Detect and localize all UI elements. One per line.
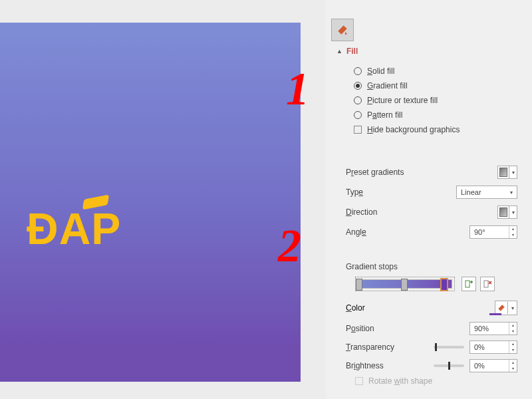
logo-text: ĐAP (27, 203, 121, 254)
direction-dropdown[interactable]: ▾ (497, 205, 517, 219)
annotation-2: 2 (278, 219, 301, 273)
angle-value: 90° (474, 228, 485, 236)
annotation-1: 1 (286, 63, 309, 116)
spinner-buttons[interactable]: ▴▾ (509, 341, 517, 353)
fill-section-title: Fill (346, 47, 358, 56)
color-label: Color (346, 303, 365, 313)
transparency-label: Transparency (346, 342, 394, 352)
format-panel: ▲ Fill Solid fill Gradient fill Picture … (326, 0, 532, 399)
position-spinner[interactable]: 90% ▴▾ (469, 322, 517, 335)
gradient-preview[interactable] (358, 279, 452, 289)
chevron-down-icon: ▾ (509, 166, 517, 178)
checkbox-icon (355, 377, 363, 385)
add-stop-icon (464, 279, 473, 289)
radio-label: Gradient fill (367, 81, 408, 90)
preset-gradients-label: Preset gradients (346, 168, 404, 177)
radio-icon (354, 96, 362, 104)
rotate-label: Rotate with shape (368, 376, 432, 386)
chevron-down-icon: ▾ (509, 206, 517, 218)
gradient-stop-2[interactable] (401, 279, 408, 291)
svg-rect-0 (466, 281, 469, 287)
type-label: Type (346, 188, 363, 197)
paint-bucket-icon (336, 23, 349, 37)
brightness-label: Brightness (346, 361, 384, 370)
type-value: Linear (461, 188, 481, 196)
gradient-stop-1[interactable] (356, 279, 362, 291)
direction-label: Direction (346, 207, 377, 217)
add-stop-button[interactable] (462, 277, 476, 291)
collapse-triangle-icon: ▲ (336, 48, 342, 55)
remove-stop-icon (483, 279, 492, 289)
brightness-value: 0% (474, 362, 485, 370)
position-value: 90% (474, 325, 489, 332)
gradient-stops-label: Gradient stops (346, 262, 398, 271)
gradient-settings: Preset gradients ▾ Type Linear ▾ Directi… (346, 162, 517, 242)
transparency-slider[interactable] (434, 346, 464, 348)
angle-label: Angle (346, 227, 366, 237)
gradient-stop-3[interactable] (441, 279, 448, 291)
radio-picture-fill[interactable]: Picture or texture fill (354, 93, 460, 108)
brightness-spinner[interactable]: 0% ▴▾ (469, 359, 517, 372)
radio-label: Solid fill (367, 66, 394, 76)
radio-icon (354, 111, 362, 119)
radio-label: Pattern fill (367, 110, 402, 120)
transparency-value: 0% (474, 343, 485, 351)
angle-spinner[interactable]: 90° ▴▾ (469, 225, 517, 239)
checkbox-label: Hide background graphics (367, 125, 460, 134)
gradient-stops-strip[interactable] (355, 277, 455, 291)
gradient-swatch-icon (499, 168, 507, 177)
radio-pattern-fill[interactable]: Pattern fill (354, 108, 460, 122)
transparency-spinner[interactable]: 0% ▴▾ (469, 340, 517, 354)
position-label: Position (346, 324, 374, 333)
slide-canvas[interactable]: ĐAP (0, 23, 301, 382)
brightness-slider[interactable] (434, 364, 464, 367)
remove-stop-button[interactable] (480, 277, 495, 291)
type-dropdown[interactable]: Linear ▾ (456, 186, 517, 199)
spinner-buttons[interactable]: ▴▾ (509, 226, 517, 238)
fill-section-header[interactable]: ▲ Fill (336, 47, 358, 56)
fill-tab-button[interactable] (331, 19, 354, 41)
radio-gradient-fill[interactable]: Gradient fill (354, 78, 460, 93)
checkbox-hide-bg[interactable]: Hide background graphics (354, 122, 460, 137)
svg-rect-1 (484, 281, 488, 287)
radio-solid-fill[interactable]: Solid fill (354, 64, 460, 78)
fill-options-group: Solid fill Gradient fill Picture or text… (354, 64, 460, 137)
gradient-swatch-icon (499, 207, 507, 217)
preset-gradients-dropdown[interactable]: ▾ (497, 166, 517, 179)
chevron-down-icon: ▾ (507, 302, 517, 314)
radio-icon (354, 67, 362, 75)
radio-icon (354, 82, 362, 90)
color-underline (489, 313, 501, 315)
rotate-with-shape-checkbox: Rotate with shape (355, 376, 432, 386)
checkbox-icon (354, 126, 362, 134)
spinner-buttons[interactable]: ▴▾ (509, 323, 517, 334)
radio-label: Picture or texture fill (367, 96, 438, 105)
paint-bucket-icon (495, 303, 507, 313)
spinner-buttons[interactable]: ▴▾ (509, 360, 517, 372)
chevron-down-icon: ▾ (510, 190, 513, 196)
